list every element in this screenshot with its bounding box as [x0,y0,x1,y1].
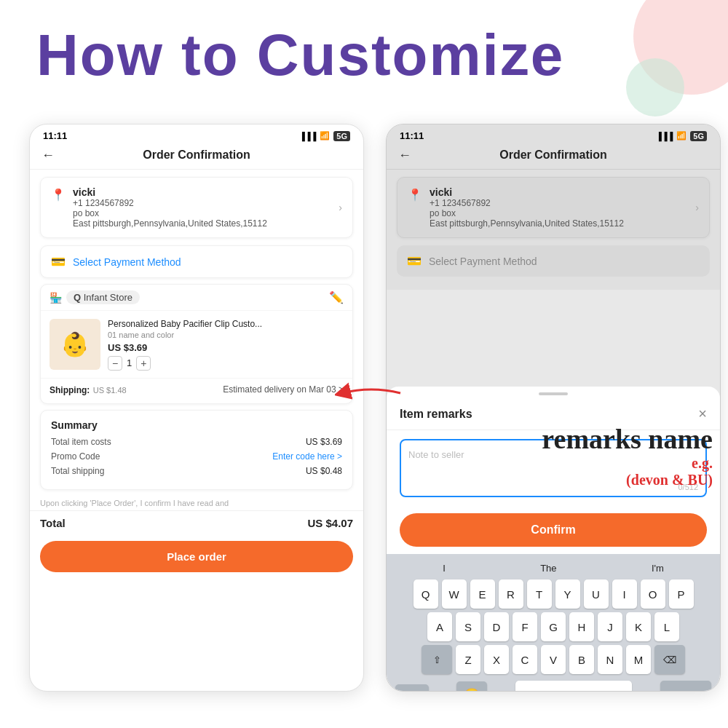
return-key[interactable]: return [660,681,711,692]
summary-label-1: Total item costs [51,437,111,447]
left-product-variant: 01 name and color [108,331,344,339]
remarks-counter: 0/512 [678,483,698,491]
key-t[interactable]: T [527,579,552,609]
num-key[interactable]: 123 [395,684,429,692]
key-u[interactable]: U [584,579,609,609]
suggestion-im[interactable]: I'm [652,563,664,574]
key-f[interactable]: F [513,612,537,641]
left-phone-header: ← Order Confirmation [30,144,363,170]
key-g[interactable]: G [541,612,566,641]
key-i[interactable]: I [612,579,637,609]
remarks-header: Item remarks × [387,395,720,430]
left-shipping-delivery: Estimated delivery on Mar 03 > [223,384,344,395]
store-edit-icon[interactable]: ✏️ [329,290,344,304]
left-shipping-label: Shipping: [50,385,90,395]
right-phone: 11:11 ▐▐▐ 📶 5G ← Order Confirmation 📍 vi… [386,124,721,692]
place-order-button[interactable]: Place order [40,541,353,572]
summary-value-3: US $0.48 [306,466,342,476]
key-k[interactable]: K [626,612,651,641]
key-y[interactable]: Y [555,579,580,609]
keyboard-suggestions: I The I'm [389,560,717,579]
backspace-key[interactable]: ⌫ [654,645,685,674]
summary-row-2[interactable]: Promo Code Enter code here > [51,451,342,462]
right-signal-icon: ▐▐▐ [656,132,673,141]
summary-value-1: US $3.69 [306,437,342,447]
left-total-bar: Total US $4.07 [30,510,363,535]
key-h[interactable]: H [569,612,594,641]
key-j[interactable]: J [598,612,622,641]
emoji-key[interactable]: 🙂 [456,681,487,692]
space-key[interactable]: space [515,681,632,692]
keyboard-row-2: A S D F G H J K L [389,612,717,641]
left-shipping-left: Shipping: US $1.48 [50,383,127,396]
right-address-line1: po box [430,208,688,218]
right-wifi-icon: 📶 [676,131,687,141]
on-screen-keyboard: I The I'm Q W E R T Y U I O P A S D [387,554,720,692]
right-payment-row: 💳 Select Payment Method [397,245,710,277]
battery-icon: 5G [333,131,350,141]
left-product-name: Personalized Baby Pacifier Clip Custo... [108,318,344,331]
summary-label-2: Promo Code [51,451,100,462]
wifi-icon: 📶 [320,131,330,141]
right-phone-top: 11:11 ▐▐▐ 📶 5G ← Order Confirmation 📍 vi… [387,124,720,290]
key-a[interactable]: A [427,612,452,641]
right-status-time: 11:11 [400,130,424,141]
qty-increase-btn[interactable]: + [136,356,151,371]
left-shipping-cost: US $1.48 [93,386,127,395]
suggestion-the[interactable]: The [540,563,556,574]
left-payment-card[interactable]: 💳 Select Payment Method [40,245,353,278]
qty-decrease-btn[interactable]: − [108,356,122,371]
left-product-row: 👶 Personalized Baby Pacifier Clip Custo.… [41,311,352,378]
suggestion-i[interactable]: I [443,563,446,574]
remarks-close-button[interactable]: × [698,405,707,422]
confirm-button[interactable]: Confirm [400,513,707,547]
summary-value-2: Enter code here > [272,451,342,462]
right-address-info: vicki +1 1234567892 po box East pittsbur… [430,186,688,229]
keyboard-row-1: Q W E R T Y U I O P [389,579,717,609]
store-q-letter: Q [74,292,84,303]
keyboard-bottom-row: 123 🙂 space return [389,678,717,692]
product-image: 👶 [50,319,100,370]
left-back-arrow[interactable]: ← [41,148,55,163]
left-address-line1: po box [73,208,331,218]
right-back-arrow[interactable]: ← [398,148,411,163]
key-s[interactable]: S [456,612,480,641]
summary-label-3: Total shipping [51,466,104,476]
qty-control: − 1 + [108,356,344,371]
right-location-icon: 📍 [408,188,422,202]
right-battery-icon: 5G [690,131,707,141]
left-product-details: Personalized Baby Pacifier Clip Custo...… [108,318,344,371]
key-n[interactable]: N [598,645,622,674]
key-d[interactable]: D [484,612,509,641]
right-address-phone: +1 1234567892 [430,198,688,208]
key-q[interactable]: Q [414,579,438,609]
left-summary-title: Summary [51,419,342,431]
key-v[interactable]: V [541,645,566,674]
key-c[interactable]: C [513,645,537,674]
key-e[interactable]: E [470,579,495,609]
left-status-bar: 11:11 ▐▐▐ 📶 5G [30,124,363,144]
payment-icon: 💳 [51,255,66,269]
key-m[interactable]: M [626,645,651,674]
left-address-card[interactable]: 📍 vicki +1 1234567892 po box East pittsb… [40,177,353,238]
key-x[interactable]: X [484,645,509,674]
left-shipping-row: Shipping: US $1.48 Estimated delivery on… [41,378,352,403]
right-status-bar: 11:11 ▐▐▐ 📶 5G [387,124,720,144]
store-name: Infant Store [84,292,132,303]
key-w[interactable]: W [442,579,467,609]
keyboard-row-3: ⇧ Z X C V B N M ⌫ [389,645,717,674]
right-address-line2: East pittsburgh,Pennsylvania,United Stat… [430,218,688,229]
key-o[interactable]: O [641,579,665,609]
left-summary-section: Summary Total item costs US $3.69 Promo … [40,410,353,490]
remarks-input-area[interactable]: Note to seller 0/512 [400,439,707,497]
left-store-header: 🏪 Q Infant Store ✏️ [41,285,352,311]
address-arrow-icon: › [339,202,342,213]
left-shipping-meta: Shipping: US $1.48 Estimated delivery on… [50,383,344,396]
key-b[interactable]: B [569,645,594,674]
key-l[interactable]: L [654,612,679,641]
key-p[interactable]: P [669,579,694,609]
key-r[interactable]: R [499,579,523,609]
key-z[interactable]: Z [456,645,480,674]
page-title: How to Customize [36,22,564,89]
shift-key[interactable]: ⇧ [422,645,452,674]
